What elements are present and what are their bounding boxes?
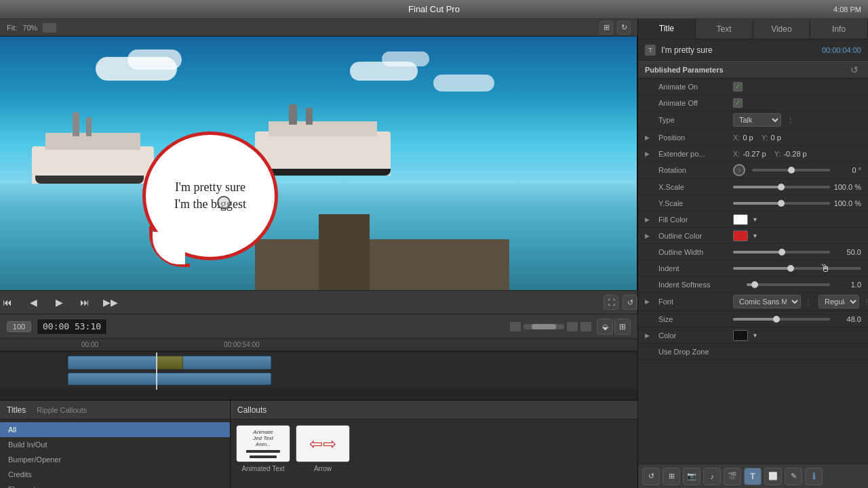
text-color-dropdown-arrow[interactable]: ▼ (752, 332, 758, 339)
callout-arrow[interactable]: ⇦⇨ Arrow (296, 425, 350, 472)
zoom-slider-right[interactable] (567, 322, 578, 331)
extender-arrow[interactable]: ▶ (645, 150, 650, 157)
tab-info[interactable]: Info (810, 19, 868, 39)
tab-video[interactable]: Video (753, 19, 811, 39)
outline-color-arrow[interactable]: ▶ (645, 232, 650, 239)
indent-slider[interactable] (733, 267, 861, 270)
zoom-slider-left[interactable] (510, 322, 521, 331)
param-label-animate-on: Animate On (658, 83, 733, 91)
section-reset-btn[interactable]: ↺ (850, 64, 861, 75)
audio-tool[interactable]: ⊞ (614, 319, 631, 335)
outline-color-swatch[interactable] (733, 230, 748, 241)
xscale-slider[interactable] (733, 186, 830, 188)
extender-x: -0.27 p (743, 150, 766, 158)
timecode-display[interactable]: 00:00 53:10 (37, 319, 107, 335)
inspector-body[interactable]: Published Parameters ↺ Animate On ✓ Anim… (638, 61, 868, 464)
tb-btn-2[interactable]: ⊞ (663, 468, 680, 485)
font-weight-dropdown[interactable]: Regular Bold (818, 295, 859, 308)
fill-color-swatch[interactable] (733, 214, 748, 225)
titles-item-elements[interactable]: Elements (0, 482, 230, 488)
audio-clip[interactable] (68, 373, 271, 385)
param-type: Type Talk Shout Whisper ⋮ (638, 111, 868, 129)
tool-group-right: ⬙ ⊞ (597, 319, 631, 335)
titles-item-build[interactable]: Build In/Out (0, 437, 230, 452)
rotation-dial[interactable] (733, 164, 745, 176)
position-arrow[interactable]: ▶ (645, 134, 650, 141)
inspector-header: T I'm pretty sure 00:00:04:00 (638, 39, 868, 61)
param-label-type: Type (658, 116, 733, 124)
fit-dropdown[interactable] (43, 23, 56, 33)
select-tool[interactable]: ⬙ (597, 319, 613, 335)
timeline-body: 00:00 00:00:54:00 (0, 339, 637, 400)
skip-fwd-btn[interactable]: ⏭ (77, 295, 92, 310)
outline-width-value: 50.0 (834, 248, 861, 256)
callout-animated-text[interactable]: AnimateJed TextAnim... Animated Text (236, 425, 290, 472)
tb-btn-1[interactable]: ↺ (642, 468, 660, 485)
fast-fwd-btn[interactable]: ▶▶ (103, 295, 118, 310)
outline-color-dropdown-arrow[interactable]: ▼ (752, 232, 758, 239)
cloud4 (382, 52, 429, 66)
type-dropdown[interactable]: Talk Shout Whisper (733, 113, 781, 127)
tb-btn-4[interactable]: ♪ (703, 468, 721, 485)
size-slider[interactable] (733, 318, 830, 321)
animate-on-checkbox[interactable]: ✓ (733, 82, 743, 92)
fill-color-dropdown-arrow[interactable]: ▼ (752, 216, 758, 223)
cloud2 (127, 49, 182, 70)
counter-badge[interactable]: 100 (7, 321, 31, 332)
title-clip[interactable] (156, 356, 183, 369)
indent-softness-slider[interactable] (747, 283, 830, 286)
titles-item-bumper[interactable]: Bumper/Opener (0, 452, 230, 467)
cycle-btn[interactable]: ↺ (623, 295, 637, 310)
param-color: ▶ Color ▼ (638, 327, 868, 344)
param-yscale: Y.Scale 100.0 % (638, 195, 868, 211)
fit-label: Fit: (7, 24, 17, 32)
param-fill-color: ▶ Fill Color ▼ (638, 211, 868, 228)
play-back-btn[interactable]: ◀ (26, 295, 41, 310)
fill-color-arrow[interactable]: ▶ (645, 216, 650, 223)
timeline-zoom[interactable] (524, 324, 564, 329)
titles-item-all[interactable]: All (0, 422, 230, 437)
font-name-dropdown[interactable]: Comic Sans MS (733, 295, 801, 308)
param-label-extender: Extender po... (658, 150, 733, 158)
cursor-overlay: 🖱 (820, 262, 831, 274)
tb-btn-5[interactable]: 🎬 (724, 468, 741, 485)
tb-btn-7[interactable]: ⬜ (764, 468, 782, 485)
fit-value: 70% (22, 24, 37, 32)
rotation-indicator[interactable] (217, 196, 231, 209)
extender-y: -0.28 p (783, 150, 806, 158)
outline-width-slider[interactable] (733, 251, 830, 253)
yscale-slider[interactable] (733, 202, 830, 205)
tab-title[interactable]: Title (638, 19, 696, 39)
text-color-swatch[interactable] (733, 330, 748, 341)
zoom-btn[interactable]: ⊞ (599, 21, 613, 35)
arrow-label: Arrow (314, 465, 332, 472)
animated-text-label: Animated Text (241, 465, 284, 472)
outline-color-control: ▼ (733, 230, 861, 241)
titles-list: All Build In/Out Bumper/Opener Credits E… (0, 420, 230, 488)
tb-btn-8[interactable]: ✎ (785, 468, 802, 485)
param-extender-pos: ▶ Extender po... X: -0.27 p Y: -0.28 p (638, 146, 868, 162)
timeline-ruler: 00:00 00:00:54:00 (0, 339, 637, 351)
param-animate-off: Animate Off ✓ (638, 95, 868, 111)
refresh-btn[interactable]: ↻ (617, 21, 631, 35)
callouts-grid: AnimateJed TextAnim... Animated Text (231, 420, 637, 478)
font-arrow[interactable]: ▶ (645, 298, 650, 305)
font-control: Comic Sans MS ⋮ Regular Bold ⋮ (733, 295, 868, 308)
skip-back-btn[interactable]: ⏮ (0, 295, 15, 310)
titles-item-credits[interactable]: Credits (0, 467, 230, 482)
left-panel: Fit: 70% ⊞ ↻ (0, 19, 637, 488)
rotation-slider[interactable] (752, 169, 830, 171)
color-arrow[interactable]: ▶ (645, 332, 650, 339)
clip-range-btn[interactable] (580, 322, 591, 331)
inspector-bottom-toolbar: ↺ ⊞ 📷 ♪ 🎬 T ⬜ ✎ ℹ (638, 464, 868, 488)
animate-off-checkbox[interactable]: ✓ (733, 98, 743, 108)
tb-btn-title[interactable]: T (744, 468, 762, 485)
callouts-panel: Callouts AnimateJed TextAnim... (231, 401, 637, 488)
cloud5 (433, 75, 494, 92)
tb-btn-3[interactable]: 📷 (683, 468, 701, 485)
tb-btn-info[interactable]: ℹ (805, 468, 823, 485)
tab-text[interactable]: Text (696, 19, 753, 39)
param-indent: Indent 🖱 (638, 260, 868, 277)
play-btn[interactable]: ▶ (52, 295, 66, 310)
fullscreen-btn[interactable]: ⛶ (604, 295, 618, 310)
